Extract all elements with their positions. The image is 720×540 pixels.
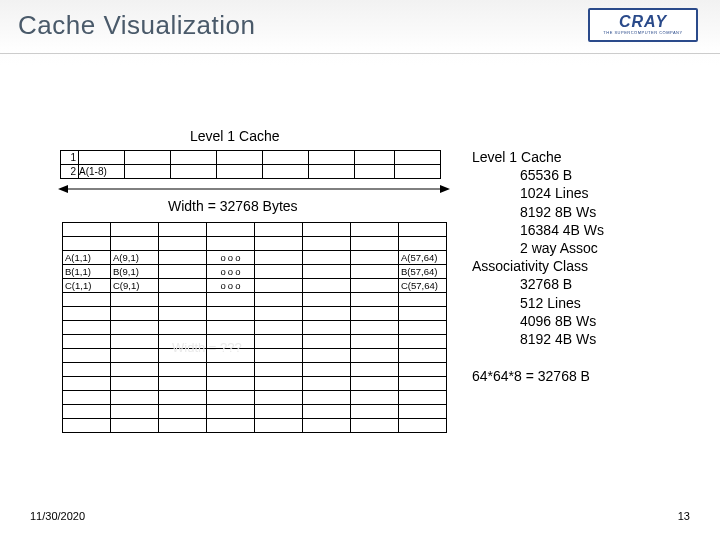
cell: A(9,1) [111,251,159,265]
svg-marker-2 [440,185,450,193]
table-row: C(1,1) C(9,1) ooo C(57,64) [63,279,447,293]
spec-line: 8192 4B Ws [472,330,604,348]
cell: A(57,64) [399,251,447,265]
table-row [63,321,447,335]
brand-logo: CRAY THE SUPERCOMPUTER COMPANY [588,8,698,42]
table-row [63,335,447,349]
table-row [63,293,447,307]
cell: B(9,1) [111,265,159,279]
table-row: 2 A(1-8) [61,165,441,179]
faded-width-label: Width = ??? [172,340,242,355]
spec-line: 4096 8B Ws [472,312,604,330]
ellipsis: ooo [207,251,255,265]
cache-top-table: 1 2 A(1-8) [60,150,441,179]
cell: A(1,1) [63,251,111,265]
slide: Cache Visualization CRAY THE SUPERCOMPUT… [0,0,720,540]
table-row [63,237,447,251]
table-row: 1 [61,151,441,165]
specs-block: Level 1 Cache 65536 B 1024 Lines 8192 8B… [472,148,604,348]
table-row [63,405,447,419]
width-label: Width = 32768 Bytes [164,198,302,214]
diagram-heading: Level 1 Cache [190,128,280,144]
cell: B(1,1) [63,265,111,279]
footer-page: 13 [678,510,690,522]
row-index: 2 [61,165,79,179]
table-row [63,307,447,321]
spec-line: 16384 4B Ws [472,221,604,239]
table-row [63,391,447,405]
logo-text: CRAY [619,14,667,30]
spec-line: 2 way Assoc [472,239,604,257]
spec-head: Associativity Class [472,257,604,275]
logo-box: CRAY THE SUPERCOMPUTER COMPANY [588,8,698,42]
cell: C(9,1) [111,279,159,293]
table-row [63,349,447,363]
table-row: A(1,1) A(9,1) ooo A(57,64) [63,251,447,265]
ellipsis: ooo [207,279,255,293]
ellipsis: ooo [207,265,255,279]
spec-line: 1024 Lines [472,184,604,202]
table-row: B(1,1) B(9,1) ooo B(57,64) [63,265,447,279]
cell: B(57,64) [399,265,447,279]
cell: C(57,64) [399,279,447,293]
calc-line: 64*64*8 = 32768 B [472,368,590,384]
cache-grid: A(1,1) A(9,1) ooo A(57,64) B(1,1) B(9,1)… [62,222,447,433]
row-index: 1 [61,151,79,165]
spec-line: 8192 8B Ws [472,203,604,221]
page-title: Cache Visualization [18,10,255,41]
cell: C(1,1) [63,279,111,293]
footer-date: 11/30/2020 [30,510,85,522]
svg-marker-1 [58,185,68,193]
table-row [63,419,447,433]
logo-tagline: THE SUPERCOMPUTER COMPANY [603,30,682,36]
table-row [63,223,447,237]
table-row [63,363,447,377]
spec-line: 512 Lines [472,294,604,312]
spec-line: 65536 B [472,166,604,184]
table-row [63,377,447,391]
spec-line: 32768 B [472,275,604,293]
cell-a18: A(1-8) [79,165,125,179]
width-arrow [58,182,450,196]
spec-head: Level 1 Cache [472,148,604,166]
